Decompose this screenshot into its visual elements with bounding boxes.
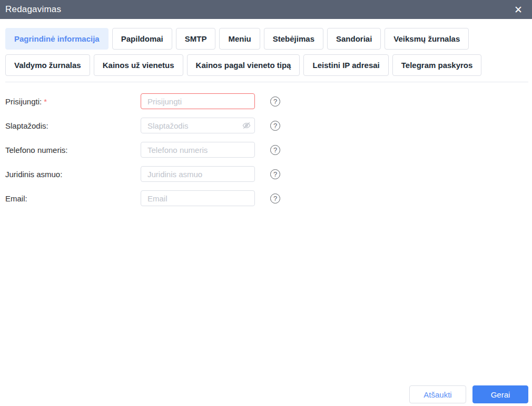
phone-input[interactable] (141, 142, 255, 158)
login-input-wrap (141, 93, 255, 109)
help-icon[interactable]: ? (270, 169, 280, 179)
password-input-wrap (141, 118, 255, 133)
field-label: Juridinis asmuo: (5, 170, 141, 179)
password-input[interactable] (141, 118, 255, 133)
tab-valdymo-zurnalas[interactable]: Valdymo žurnalas (5, 54, 90, 76)
form-row-telefono-numeris: Telefono numeris: ? (5, 142, 532, 158)
form-row-juridinis-asmuo: Juridinis asmuo: ? (5, 166, 532, 182)
form-row-slaptazodis: Slaptažodis: ? (5, 118, 532, 133)
tab-row-2: Valdymo žurnalas Kainos už vienetus Kain… (5, 54, 527, 76)
ok-button[interactable]: Gerai (472, 385, 528, 403)
tab-papildomai[interactable]: Papildomai (112, 28, 172, 50)
help-icon[interactable]: ? (270, 194, 280, 204)
tab-sandoriai[interactable]: Sandoriai (327, 28, 381, 50)
tab-telegram-paskyros[interactable]: Telegram paskyros (392, 54, 482, 76)
form-row-email: Email: ? (5, 190, 532, 206)
tab-meniu[interactable]: Meniu (219, 28, 260, 50)
field-label: Telefono numeris: (5, 146, 141, 154)
help-icon[interactable]: ? (270, 121, 280, 131)
legal-entity-input[interactable] (141, 166, 255, 182)
edit-form: Prisijungti:* ? Slaptažodis: ? Telefono … (0, 82, 532, 206)
tab-leistini-ip-adresai[interactable]: Leistini IP adresai (303, 54, 388, 76)
tab-stebejimas[interactable]: Stebėjimas (264, 28, 323, 50)
email-input[interactable] (141, 190, 255, 206)
form-row-prisijungti: Prisijungti:* ? (5, 93, 532, 109)
help-icon[interactable]: ? (270, 96, 280, 107)
tab-row-1: Pagrindinė informacija Papildomai SMTP M… (5, 28, 527, 50)
help-icon[interactable]: ? (270, 145, 280, 155)
field-label: Slaptažodis: (5, 121, 141, 130)
email-input-wrap (141, 190, 255, 206)
tab-pagrindine-informacija[interactable]: Pagrindinė informacija (5, 28, 109, 50)
required-asterisk: * (44, 97, 47, 106)
cancel-button[interactable]: Atšaukti (409, 385, 466, 403)
legal-entity-input-wrap (141, 166, 255, 182)
phone-input-wrap (141, 142, 255, 158)
tab-veiksmu-zurnalas[interactable]: Veiksmų žurnalas (385, 28, 469, 50)
tab-kainos-uz-vienetus[interactable]: Kainos už vienetus (94, 54, 183, 76)
field-label: Prisijungti:* (5, 97, 141, 106)
dialog-title: Redagavimas (5, 4, 512, 15)
field-label: Email: (5, 194, 141, 203)
tab-smtp[interactable]: SMTP (176, 28, 216, 50)
dialog-header: Redagavimas ✕ (0, 0, 532, 19)
login-input[interactable] (141, 93, 255, 109)
close-icon[interactable]: ✕ (512, 4, 525, 16)
dialog-footer: Atšaukti Gerai (409, 385, 528, 403)
tab-kainos-pagal-vieneto-tipa[interactable]: Kainos pagal vieneto tipą (187, 54, 300, 76)
eye-off-icon[interactable] (242, 121, 251, 130)
